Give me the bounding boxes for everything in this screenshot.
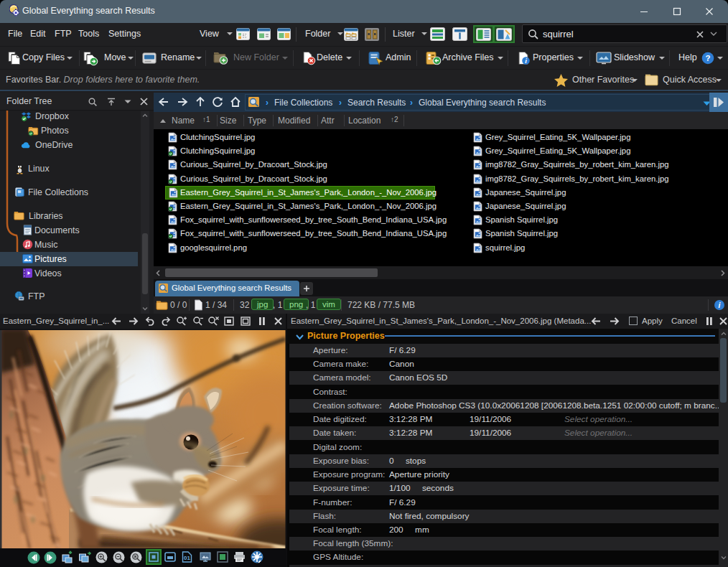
svg-text:i: i: [525, 57, 527, 65]
svg-text:?: ?: [705, 54, 710, 62]
svg-text:01: 01: [184, 555, 190, 561]
